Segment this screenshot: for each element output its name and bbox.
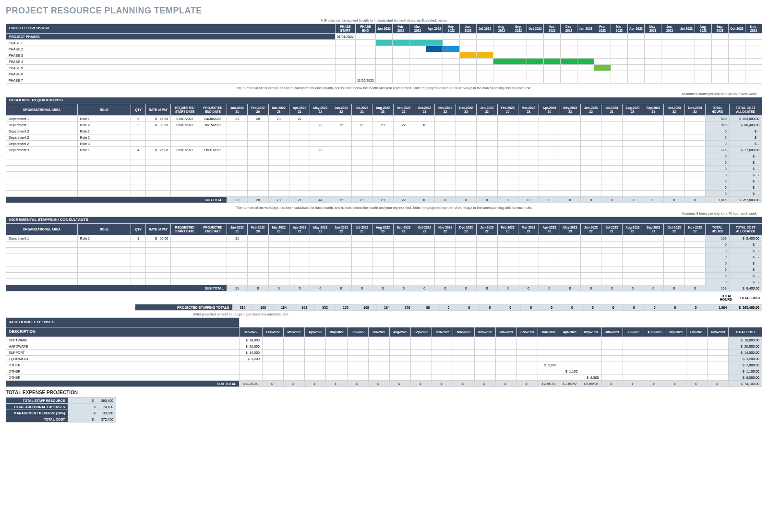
workday-cell[interactable] — [622, 147, 643, 153]
phase-cell[interactable] — [729, 40, 745, 46]
phase-cell[interactable] — [628, 65, 645, 71]
expense-cell[interactable] — [326, 337, 347, 343]
org-area[interactable]: Department 2 — [6, 128, 78, 134]
expense-cell[interactable] — [474, 356, 495, 362]
expense-cell[interactable] — [686, 356, 708, 362]
phase-cell[interactable] — [409, 52, 426, 59]
phase-start-cell[interactable] — [335, 65, 355, 71]
phase-cell[interactable] — [443, 65, 460, 71]
phase-cell[interactable] — [426, 71, 443, 77]
expense-cell[interactable] — [263, 350, 284, 356]
workday-cell[interactable] — [643, 122, 664, 128]
phase-cell[interactable] — [477, 59, 493, 65]
expense-cell[interactable] — [347, 368, 368, 375]
phase-cell[interactable] — [561, 71, 577, 77]
expense-cell[interactable] — [708, 356, 729, 362]
workday-cell[interactable] — [643, 116, 664, 122]
workday-cell[interactable] — [560, 116, 580, 122]
phase-cell[interactable] — [712, 52, 729, 59]
phase-cell[interactable] — [628, 46, 645, 52]
workday-cell[interactable] — [539, 134, 560, 141]
expense-cell[interactable] — [326, 356, 347, 362]
expense-cell[interactable] — [389, 337, 410, 343]
phase-cell[interactable] — [443, 46, 460, 52]
phase-cell[interactable] — [426, 46, 443, 52]
phase-cell[interactable] — [376, 46, 393, 52]
workday-cell[interactable] — [372, 147, 393, 153]
expense-cell[interactable] — [474, 350, 495, 356]
expense-cell[interactable] — [305, 368, 326, 375]
phase-cell[interactable] — [376, 40, 393, 46]
phase-cell[interactable] — [460, 77, 477, 84]
org-area[interactable]: Department 1 — [6, 116, 78, 122]
workday-cell[interactable] — [684, 134, 705, 141]
workday-cell[interactable] — [268, 128, 289, 134]
workday-cell[interactable] — [643, 134, 664, 141]
rate[interactable]: $ 45.00 — [146, 116, 171, 122]
workday-cell[interactable] — [456, 122, 476, 128]
phase-cell[interactable] — [426, 40, 443, 46]
workday-cell[interactable]: 22 — [393, 122, 414, 128]
phase-cell[interactable] — [678, 52, 695, 59]
workday-cell[interactable] — [643, 141, 664, 147]
phase-cell[interactable] — [426, 77, 443, 84]
phase-cell[interactable] — [527, 59, 544, 65]
phase-cell[interactable] — [712, 65, 729, 71]
expense-cell[interactable] — [644, 368, 665, 375]
end-date[interactable] — [199, 134, 227, 141]
expense-cell[interactable] — [623, 375, 644, 381]
expense-cell[interactable] — [516, 356, 538, 362]
expense-cell[interactable] — [368, 343, 389, 350]
expense-cell[interactable] — [411, 368, 432, 375]
phase-cell[interactable] — [729, 65, 745, 71]
org-area[interactable]: Department 1 — [6, 235, 78, 242]
workday-cell[interactable] — [331, 116, 351, 122]
start-date[interactable]: 05/01/2022 — [171, 122, 199, 128]
phase-cell[interactable] — [393, 59, 409, 65]
workday-cell[interactable]: 21 — [227, 116, 247, 122]
phase-end-cell[interactable] — [355, 46, 375, 52]
workday-cell[interactable] — [352, 141, 372, 147]
phase-cell[interactable] — [460, 59, 477, 65]
phase-cell[interactable] — [527, 71, 544, 77]
workday-cell[interactable] — [560, 141, 580, 147]
workday-cell[interactable] — [518, 134, 539, 141]
workday-cell[interactable]: 22 — [310, 147, 331, 153]
phase-cell[interactable] — [510, 46, 527, 52]
phase-cell[interactable] — [661, 46, 678, 52]
rate[interactable] — [146, 141, 171, 147]
workday-cell[interactable]: 21 — [352, 122, 372, 128]
phase-cell[interactable] — [678, 46, 695, 52]
workday-cell[interactable] — [684, 116, 705, 122]
phase-cell[interactable] — [695, 46, 712, 52]
workday-cell[interactable] — [601, 147, 622, 153]
phase-cell[interactable] — [577, 52, 594, 59]
expense-cell[interactable] — [644, 337, 665, 343]
workday-cell[interactable] — [289, 141, 310, 147]
workday-cell[interactable]: 21 — [289, 116, 310, 122]
workday-cell[interactable] — [539, 141, 560, 147]
phase-cell[interactable] — [661, 77, 678, 84]
workday-cell[interactable] — [331, 235, 351, 242]
phase-cell[interactable] — [409, 40, 426, 46]
phase-cell[interactable] — [645, 52, 661, 59]
expense-cell[interactable] — [495, 343, 516, 350]
phase-cell[interactable] — [611, 59, 628, 65]
rate[interactable]: $ 50.00 — [146, 235, 171, 242]
phase-cell[interactable] — [695, 40, 712, 46]
expense-cell[interactable] — [644, 356, 665, 362]
phase-cell[interactable] — [493, 71, 510, 77]
expense-cell[interactable] — [495, 356, 516, 362]
phase-end-cell[interactable] — [355, 65, 375, 71]
phase-cell[interactable] — [611, 40, 628, 46]
expense-cell[interactable] — [516, 350, 538, 356]
phase-cell[interactable] — [409, 46, 426, 52]
phase-cell[interactable] — [594, 77, 611, 84]
phase-cell[interactable] — [544, 52, 561, 59]
expense-cell[interactable] — [623, 343, 644, 350]
expense-cell[interactable] — [623, 362, 644, 368]
expense-cell[interactable] — [432, 362, 453, 368]
expense-cell[interactable] — [686, 343, 708, 350]
phase-cell[interactable] — [409, 65, 426, 71]
workday-cell[interactable] — [393, 235, 414, 242]
